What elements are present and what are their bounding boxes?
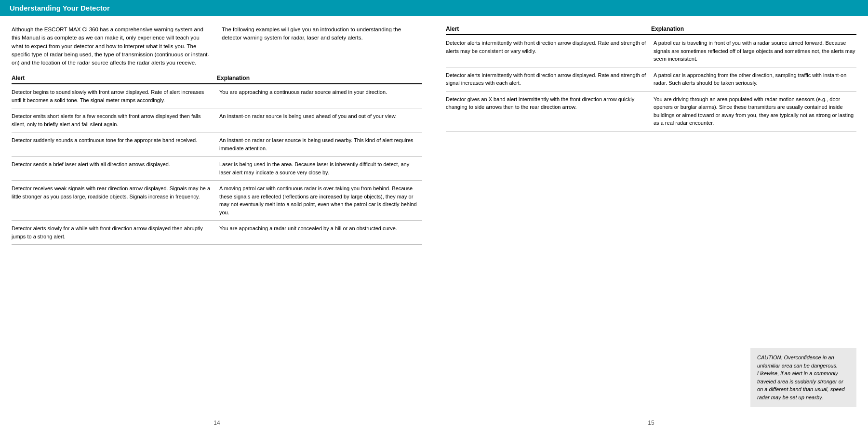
table-row: Detector alerts intermittently with fron… [446,35,856,67]
cell-explanation: You are driving through an area populate… [654,95,856,127]
cell-explanation: A patrol car is approaching from the oth… [654,71,856,87]
page14-table: Alert Explanation Detector begins to sou… [12,75,422,417]
table-row: Detector alerts slowly for a while with … [12,221,422,245]
page-15: Alert Explanation Detector alerts interm… [434,16,868,434]
cell-alert: Detector emits short alerts for a few se… [12,112,219,128]
table-row: Detector begins to sound slowly with fro… [12,84,422,108]
table-row: Detector alerts intermittently with fron… [446,67,856,92]
cell-alert: Detector receives weak signals with rear… [12,184,219,216]
intro-left: Although the ESCORT MAX Ci 360 has a com… [12,26,212,67]
cell-alert: Detector gives an X band alert intermitt… [446,95,654,127]
table-row: Detector emits short alerts for a few se… [12,108,422,132]
cell-explanation: A moving patrol car with continuous rada… [219,184,422,216]
cell-alert: Detector suddenly sounds a continuous to… [12,136,219,152]
cell-explanation: You are approaching a radar unit conceal… [219,224,422,240]
page-14: Although the ESCORT MAX Ci 360 has a com… [0,16,434,434]
intro-left-text: Although the ESCORT MAX Ci 360 has a com… [12,26,212,67]
table-row: Detector receives weak signals with rear… [12,181,422,221]
cell-alert: Detector alerts intermittently with fron… [446,39,654,63]
page15-table: Alert Explanation Detector alerts interm… [446,26,856,348]
cell-alert: Detector begins to sound slowly with fro… [12,88,219,104]
cell-explanation: You are approaching a continuous radar s… [219,88,422,104]
col-explanation-header: Explanation [651,26,856,32]
caution-box: CAUTION: Overconfidence in an unfamiliar… [750,348,856,407]
page-number-15: 15 [446,417,856,429]
table-row: Detector gives an X band alert intermitt… [446,92,856,132]
page-number-14: 14 [12,417,422,429]
cell-explanation: A patrol car is traveling in front of yo… [654,39,856,63]
intro-right-text: The following examples will give you an … [222,26,422,42]
cell-alert: Detector alerts slowly for a while with … [12,224,219,240]
col-explanation-header: Explanation [217,75,422,81]
cell-explanation: An instant-on radar source is being used… [219,112,422,128]
table-row: Detector suddenly sounds a continuous to… [12,132,422,157]
intro-right: The following examples will give you an … [222,26,422,67]
cell-alert: Detector alerts intermittently with fron… [446,71,654,87]
cell-explanation: An instant-on radar or laser source is b… [219,136,422,152]
table-row: Detector sends a brief laser alert with … [12,157,422,181]
col-alert-header: Alert [12,75,217,81]
table-header: Alert Explanation [446,26,856,35]
col-alert-header: Alert [446,26,651,32]
cell-alert: Detector sends a brief laser alert with … [12,160,219,176]
table-header: Alert Explanation [12,75,422,84]
intro-section: Although the ESCORT MAX Ci 360 has a com… [12,26,422,67]
page-header: Understanding Your Detector [0,0,868,16]
header-title: Understanding Your Detector [10,4,110,12]
cell-explanation: Laser is being used in the area. Because… [219,160,422,176]
